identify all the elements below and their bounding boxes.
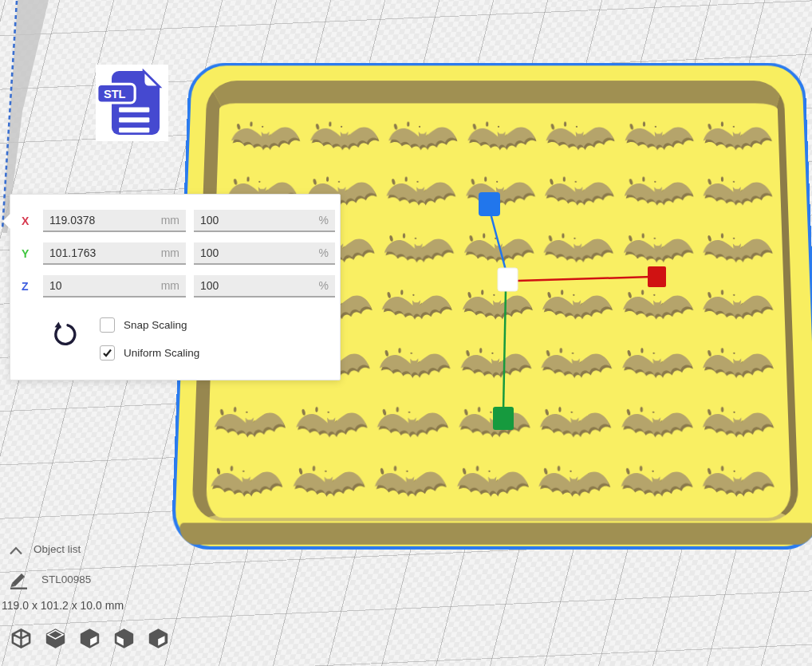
view-3d-icon[interactable] — [10, 627, 33, 650]
bat-shape — [460, 109, 540, 164]
bat-shape — [376, 221, 459, 278]
x-size-field[interactable]: 119.0378 mm — [43, 210, 186, 232]
uniform-scaling-label: Uniform Scaling — [124, 347, 199, 359]
bat-shape — [614, 453, 696, 513]
reset-scale-button[interactable] — [50, 321, 79, 349]
y-size-value: 101.1763 — [49, 246, 96, 259]
y-axis-label: Y — [22, 247, 43, 260]
view-top-icon[interactable] — [78, 627, 101, 650]
object-list-toggle[interactable] — [9, 545, 23, 555]
bat-shape — [223, 109, 305, 164]
x-axis-label: X — [22, 215, 43, 227]
bat-shape — [618, 109, 697, 164]
bat-shape — [453, 335, 535, 393]
view-toolbar — [10, 627, 170, 650]
bat-shape — [534, 335, 617, 393]
bat-shape — [379, 164, 460, 220]
bat-shape — [537, 221, 617, 278]
bat-shape — [696, 335, 778, 393]
model-dimensions-label: 119.0 x 101.2 x 10.0 mm — [2, 599, 124, 612]
bat-shape — [207, 393, 291, 452]
x-size-value: 119.0378 — [49, 214, 95, 227]
checkmark-icon — [102, 348, 112, 358]
bat-shape — [539, 109, 619, 164]
bat-shape — [370, 393, 454, 452]
bat-shape — [617, 221, 697, 278]
uniform-scaling-checkbox[interactable] — [100, 345, 115, 361]
stl-file-icon: STL — [96, 65, 168, 141]
bat-shape — [367, 453, 451, 513]
object-list-header: Object list — [34, 543, 81, 555]
bat-shape — [451, 393, 534, 452]
bat-shape — [697, 278, 778, 335]
bat-shape — [536, 278, 617, 335]
bat-shape — [696, 453, 778, 513]
x-percent-value: 100 — [200, 214, 219, 227]
bat-shape — [372, 335, 455, 393]
bat-shape — [375, 278, 457, 335]
bat-shape — [697, 164, 777, 220]
z-percent-value: 100 — [200, 279, 219, 292]
viewport-3d: STL X 119.0378 mm 100 % Y 101.1763 mm — [0, 0, 812, 666]
view-right-icon[interactable] — [147, 627, 170, 650]
z-percent-field[interactable]: 100 % — [194, 275, 335, 298]
y-size-field[interactable]: 101.1763 mm — [43, 242, 186, 265]
x-percent-unit: % — [319, 214, 329, 227]
z-size-field[interactable]: 10 mm — [43, 275, 186, 298]
bat-shape — [697, 221, 777, 278]
bat-shape — [288, 393, 372, 452]
scale-tool-panel: X 119.0378 mm 100 % Y 101.1763 mm 100 % … — [10, 194, 341, 380]
model-outer-wall — [179, 523, 812, 545]
y-percent-unit: % — [319, 246, 329, 259]
bat-shape — [615, 393, 697, 452]
chevron-up-icon — [9, 546, 23, 556]
z-axis-label: Z — [22, 280, 43, 293]
view-left-icon[interactable] — [112, 627, 136, 650]
bat-shape — [533, 393, 615, 452]
edit-pencil-icon — [9, 572, 28, 589]
z-percent-unit: % — [319, 279, 329, 292]
bat-shape — [697, 109, 776, 164]
x-percent-field[interactable]: 100 % — [194, 210, 335, 232]
view-front-icon[interactable] — [44, 627, 67, 650]
bat-shape — [538, 164, 618, 220]
y-percent-field[interactable]: 100 % — [194, 242, 335, 265]
bat-shape — [459, 164, 539, 220]
bat-shape — [696, 393, 778, 452]
bat-shape — [617, 164, 697, 220]
bat-shape — [616, 335, 697, 393]
bat-shape — [455, 278, 538, 335]
stl-badge-label: STL — [104, 88, 126, 100]
x-size-unit: mm — [161, 214, 179, 227]
object-list-item[interactable]: STL00985 — [41, 573, 91, 585]
z-size-unit: mm — [161, 279, 179, 292]
bat-shape — [457, 221, 538, 278]
bat-shape — [203, 453, 288, 513]
snap-scaling-label: Snap Scaling — [124, 319, 187, 331]
bat-shape — [381, 109, 462, 164]
snap-scaling-checkbox[interactable] — [100, 317, 115, 333]
bat-shape — [617, 278, 697, 335]
z-size-value: 10 — [49, 279, 62, 292]
bat-shape — [532, 453, 615, 513]
reset-rotate-icon — [50, 321, 79, 349]
y-size-unit: mm — [161, 246, 179, 259]
bat-shape — [302, 109, 384, 164]
bat-shape — [285, 453, 369, 513]
y-percent-value: 100 — [200, 246, 219, 259]
bat-shape — [450, 453, 534, 513]
